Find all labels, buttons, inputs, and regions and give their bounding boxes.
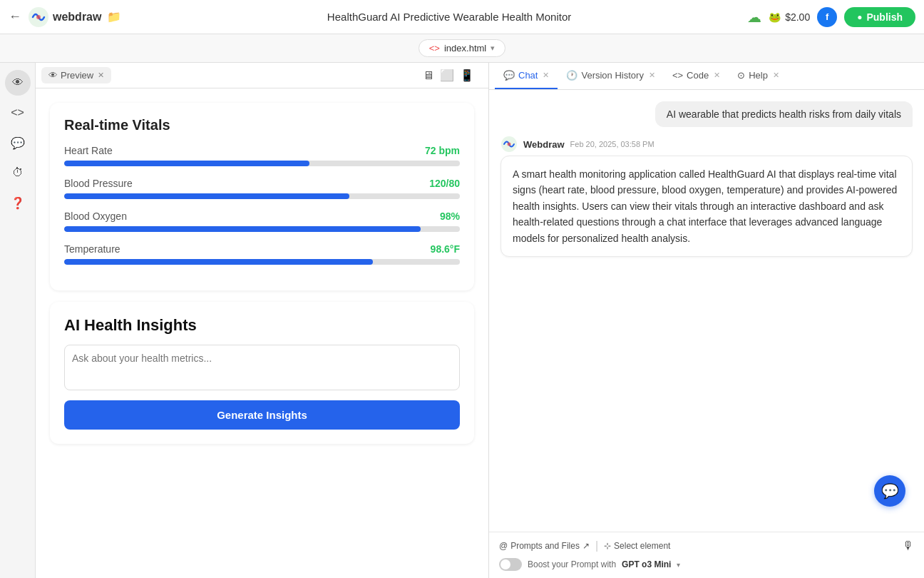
right-panel-tabs: 💬 Chat ✕ 🕐 Version History ✕ <> Code ✕ ⊙…	[489, 63, 924, 90]
heart-rate-bar-fill	[64, 161, 309, 166]
back-button[interactable]: ←	[9, 9, 21, 24]
code-icon: <>	[429, 43, 440, 54]
webdraw-avatar	[500, 136, 518, 153]
vitals-partial-title: Real-time Vitals	[64, 117, 460, 133]
chat-input-bar: @ Prompts and Files ↗ | ⊹ Select element…	[499, 539, 914, 552]
bot-time: Feb 20, 2025, 03:58 PM	[570, 140, 654, 148]
user-message-bubble: AI wearable that predicts health risks f…	[655, 101, 913, 127]
code-tab-close[interactable]: ✕	[714, 71, 720, 80]
heart-rate-value: 72 bpm	[425, 145, 460, 156]
top-bar-left: ← webdraw 📁	[9, 6, 151, 29]
chat-separator: |	[595, 539, 598, 552]
left-panel-tabs: 👁 Preview ✕ 🖥 ⬜ 📱	[36, 63, 488, 88]
blood-pressure-value: 120/80	[429, 178, 460, 189]
preview-tab-label: Preview	[61, 70, 93, 81]
chat-area[interactable]: AI wearable that predicts health risks f…	[489, 90, 924, 532]
chat-bottom: @ Prompts and Files ↗ | ⊹ Select element…	[489, 532, 924, 578]
bot-message: Webdraw Feb 20, 2025, 03:58 PM A smart h…	[500, 136, 913, 257]
bot-header: Webdraw Feb 20, 2025, 03:58 PM	[500, 136, 913, 153]
blood-oxygen-bar-bg	[64, 226, 460, 232]
external-link-icon: ↗	[582, 541, 590, 551]
code-tab-icon: <>	[672, 70, 683, 81]
sidebar-history-btn[interactable]: ⏱	[5, 160, 31, 186]
page-title: HealthGuard AI Predictive Wearable Healt…	[327, 11, 571, 23]
help-tab-icon: ⊙	[737, 70, 745, 81]
temperature-item: Temperature 98.6°F	[64, 243, 460, 265]
gpt-chevron-icon[interactable]: ▾	[677, 561, 680, 569]
file-selector[interactable]: <> index.html ▾	[419, 39, 505, 57]
gpt-label: GPT o3 Mini	[622, 559, 671, 569]
preview-content[interactable]: Real-time Vitals Heart Rate 72 bpm	[36, 88, 488, 578]
eye-icon: 👁	[48, 70, 58, 81]
select-element-label: Select element	[614, 541, 670, 551]
desktop-icon[interactable]: 🖥	[423, 69, 434, 82]
heart-rate-label: Heart Rate	[64, 145, 113, 156]
fb-avatar: f	[817, 7, 837, 27]
sidebar-preview-btn[interactable]: 👁	[5, 70, 31, 96]
file-bar: <> index.html ▾	[0, 34, 924, 63]
svg-point-3	[508, 143, 511, 146]
right-panel-wrapper: AI wearable that predicts health risks f…	[489, 90, 924, 578]
chat-tab-icon: 💬	[503, 70, 515, 81]
preview-tab-close[interactable]: ✕	[98, 71, 104, 80]
top-bar: ← webdraw 📁 HealthGuard AI Predictive We…	[0, 0, 924, 34]
blood-oxygen-bar-fill	[64, 226, 421, 232]
mic-button[interactable]: 🎙	[903, 539, 914, 552]
boost-bar: Boost your Prompt with GPT o3 Mini ▾	[499, 558, 914, 571]
left-sidebar: 👁 <> 💬 ⏱ ❓	[0, 63, 36, 578]
boost-toggle[interactable]	[499, 558, 522, 571]
help-tab-close[interactable]: ✕	[773, 71, 779, 80]
publish-label: Publish	[866, 11, 903, 23]
chat-tab-close[interactable]: ✕	[543, 71, 549, 80]
bot-message-bubble: A smart health monitoring application ca…	[500, 156, 913, 257]
at-icon: @	[499, 541, 508, 551]
tab-chat[interactable]: 💬 Chat ✕	[495, 63, 558, 89]
logo-icon	[27, 6, 50, 29]
top-bar-right: ☁ 🐸 $2.00 f ● Publish	[747, 7, 915, 27]
blood-oxygen-value: 98%	[440, 211, 460, 222]
temperature-value: 98.6°F	[431, 243, 460, 255]
boost-toggle-knob	[500, 559, 510, 569]
main-area: 👁 <> 💬 ⏱ ❓ 👁 Preview ✕ 🖥 ⬜ 📱 Re	[0, 63, 924, 578]
mobile-icon[interactable]: 📱	[460, 69, 474, 82]
blood-oxygen-item: Blood Oxygen 98%	[64, 211, 460, 232]
chevron-down-icon: ▾	[491, 44, 495, 53]
insights-input[interactable]	[64, 345, 460, 390]
version-history-icon: 🕐	[566, 70, 578, 81]
version-history-label: Version History	[581, 70, 643, 81]
cost-display: 🐸 $2.00	[769, 11, 810, 23]
temperature-bar-fill	[64, 259, 373, 265]
select-icon: ⊹	[604, 541, 611, 551]
tab-code[interactable]: <> Code ✕	[664, 63, 729, 89]
cloud-button[interactable]: ☁	[747, 9, 761, 26]
sidebar-help-btn[interactable]: ❓	[5, 190, 31, 216]
chat-tab-label: Chat	[518, 70, 538, 81]
tab-version-history[interactable]: 🕐 Version History ✕	[558, 63, 663, 89]
temperature-bar-bg	[64, 259, 460, 265]
tablet-icon[interactable]: ⬜	[440, 69, 454, 82]
heart-rate-bar-bg	[64, 161, 460, 166]
publish-button[interactable]: ● Publish	[844, 7, 915, 27]
preview-tab[interactable]: 👁 Preview ✕	[41, 67, 111, 83]
top-bar-center: HealthGuard AI Predictive Wearable Healt…	[157, 11, 741, 23]
help-tab-label: Help	[749, 70, 768, 81]
preview-inner: Real-time Vitals Heart Rate 72 bpm	[36, 88, 488, 458]
blood-oxygen-label: Blood Oxygen	[64, 211, 127, 222]
select-element-button[interactable]: ⊹ Select element	[604, 541, 670, 551]
sidebar-code-btn[interactable]: <>	[5, 100, 31, 126]
prompts-files-button[interactable]: @ Prompts and Files ↗	[499, 541, 590, 551]
blood-pressure-bar-fill	[64, 193, 349, 199]
version-history-tab-close[interactable]: ✕	[649, 71, 655, 80]
vitals-card: Real-time Vitals Heart Rate 72 bpm	[50, 103, 474, 290]
prompts-files-label: Prompts and Files	[510, 541, 580, 551]
code-tab-label: Code	[687, 70, 709, 81]
logo-area: webdraw	[27, 6, 101, 29]
sidebar-chat-btn[interactable]: 💬	[5, 130, 31, 156]
temperature-label: Temperature	[64, 243, 120, 255]
device-icons: 🖥 ⬜ 📱	[414, 69, 483, 82]
insights-button[interactable]: Generate Insights	[64, 400, 460, 430]
tab-help[interactable]: ⊙ Help ✕	[729, 63, 788, 89]
floating-chat-button[interactable]: 💬	[874, 475, 905, 507]
boost-label: Boost your Prompt with	[528, 559, 616, 569]
folder-button[interactable]: 📁	[107, 10, 121, 24]
